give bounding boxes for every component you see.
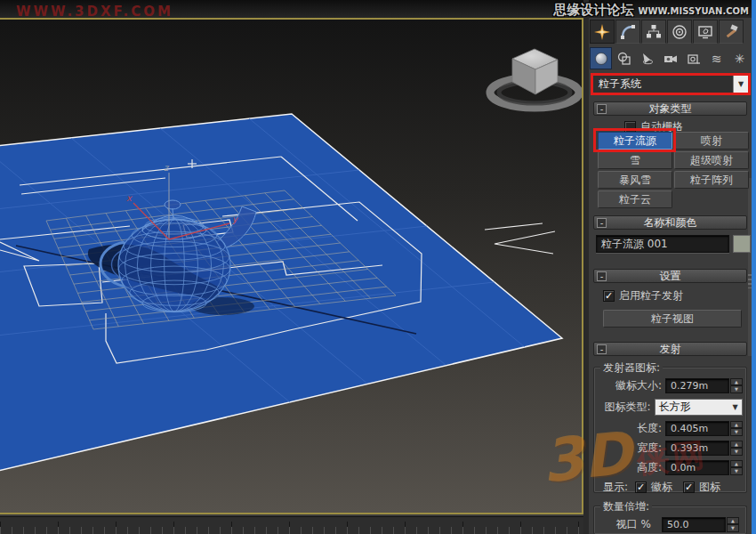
viewport-pct-spinner[interactable]: ▲ ▼ [727, 517, 739, 532]
tab-motion[interactable] [667, 20, 692, 44]
viewport-pct-label: 视口 % [589, 517, 651, 532]
rollout-setup-title: 设置 [607, 269, 734, 284]
tab-utilities[interactable] [719, 20, 744, 44]
subcat-helpers[interactable] [682, 47, 704, 69]
button-super-spray[interactable]: 超级喷射 [674, 151, 749, 169]
width-spinner[interactable]: ▲ ▼ [730, 441, 743, 456]
display-monitor-icon [697, 24, 713, 40]
systems-gear-icon: ✳ [735, 53, 745, 65]
spin-up-icon[interactable]: ▲ [727, 517, 739, 525]
logo-size-row: 徽标大小: 0.279m ▲ ▼ [589, 377, 743, 393]
icon-type-label: 图标类型: [589, 400, 651, 415]
spin-down-icon[interactable]: ▼ [730, 448, 743, 456]
button-parray[interactable]: 粒子阵列 [674, 171, 749, 189]
quantity-multiplier-group-label: 数量倍增: [600, 499, 652, 514]
display-label: 显示: [589, 480, 628, 495]
width-label: 宽度: [589, 441, 662, 456]
tab-display[interactable] [693, 20, 718, 44]
dropdown-arrow-icon[interactable]: ▼ [733, 76, 748, 93]
spin-up-icon[interactable]: ▲ [730, 460, 743, 468]
window-edge [752, 0, 756, 534]
create-subcategories: ≋ ✳ [590, 47, 751, 69]
rollout-emission-title: 发射 [607, 342, 734, 357]
collapse-icon[interactable]: - [597, 344, 607, 354]
button-pcloud[interactable]: 粒子云 [598, 190, 672, 208]
tab-hierarchy[interactable] [641, 20, 666, 44]
display-logo-checkbox[interactable]: ✓ [635, 481, 647, 493]
watermark-url-text: WWW.MISSYUAN.COM [639, 6, 749, 16]
spin-down-icon[interactable]: ▼ [730, 385, 743, 393]
spin-down-icon[interactable]: ▼ [730, 428, 743, 436]
button-pf-source[interactable]: 粒子流源 [598, 132, 672, 150]
height-row: 高度: 0.0m ▲ ▼ [589, 459, 743, 475]
display-logo-label: 徽标 [651, 480, 672, 495]
perspective-viewport[interactable]: z x y [0, 18, 583, 514]
width-field[interactable]: 0.393m [665, 441, 729, 456]
height-field[interactable]: 0.0m [665, 460, 729, 475]
viewport-pct-row: 视口 % 50.0 ▲ ▼ [589, 516, 743, 532]
object-color-swatch[interactable] [733, 235, 751, 253]
spin-down-icon[interactable]: ▼ [727, 524, 739, 532]
time-trackbar[interactable] [0, 516, 583, 534]
motion-wheel-icon [672, 24, 688, 40]
button-spray[interactable]: 喷射 [674, 132, 749, 150]
particle-view-button[interactable]: 粒子视图 [603, 310, 742, 328]
rollout-emission[interactable]: - 发射 [593, 342, 747, 356]
spin-up-icon[interactable]: ▲ [730, 441, 743, 449]
category-dropdown[interactable]: 粒子系统 ▼ [591, 73, 751, 95]
height-label: 高度: [589, 460, 662, 475]
viewport-pct-field[interactable]: 50.0 [662, 517, 726, 532]
utilities-hammer-icon [723, 24, 739, 40]
height-spinner[interactable]: ▲ ▼ [730, 460, 743, 475]
dropdown-arrow-icon[interactable]: ▼ [728, 403, 742, 411]
enable-emission-label: 启用粒子发射 [619, 288, 683, 303]
spin-up-icon[interactable]: ▲ [730, 421, 743, 429]
rollout-setup[interactable]: - 设置 [593, 269, 747, 283]
display-row: 显示: ✓ 徽标 ✓ 图标 [589, 479, 743, 495]
collapse-icon[interactable]: - [597, 104, 607, 114]
spacewarps-waves-icon: ≋ [712, 53, 722, 65]
hierarchy-tree-icon [646, 24, 662, 40]
subcat-spacewarps[interactable]: ≋ [705, 47, 728, 69]
display-logo-option: ✓ 徽标 [635, 480, 672, 495]
app-window: WWW.3DXF.COM 思缘设计论坛 WWW.MISSYUAN.COM [0, 0, 756, 534]
object-name-field[interactable]: 粒子流源 001 [596, 235, 729, 253]
rollout-object-type-title: 对象类型 [607, 101, 734, 117]
button-snow[interactable]: 雪 [598, 151, 672, 169]
enable-emission-checkbox[interactable]: ✓ [603, 290, 615, 302]
icon-type-value: 长方形 [655, 400, 728, 415]
create-starburst-icon [594, 24, 610, 40]
icon-type-dropdown[interactable]: 长方形 ▼ [655, 399, 743, 416]
helpers-tape-icon [687, 52, 701, 66]
collapse-icon[interactable]: - [597, 218, 607, 228]
display-icon-label: 图标 [699, 480, 720, 495]
tab-modify[interactable] [615, 20, 640, 44]
spin-down-icon[interactable]: ▼ [730, 467, 743, 475]
length-row: 长度: 0.405m ▲ ▼ [589, 420, 743, 436]
length-label: 长度: [589, 421, 662, 436]
display-icon-checkbox[interactable]: ✓ [683, 481, 695, 493]
command-panel-tabs [590, 20, 744, 44]
rollout-name-color[interactable]: - 名称和颜色 [593, 215, 747, 230]
length-field[interactable]: 0.405m [665, 421, 729, 436]
spin-up-icon[interactable]: ▲ [730, 378, 743, 386]
lights-spotlight-icon [640, 52, 655, 66]
category-dropdown-value: 粒子系统 [593, 76, 733, 93]
rollout-name-color-title: 名称和颜色 [607, 215, 734, 231]
logo-size-field[interactable]: 0.279m [665, 378, 729, 393]
subcat-geometry[interactable] [590, 47, 612, 69]
tab-create[interactable] [590, 20, 615, 44]
shapes-icon [617, 52, 631, 66]
rollout-object-type[interactable]: - 对象类型 [593, 101, 747, 116]
display-icon-option: ✓ 图标 [683, 480, 720, 495]
subcat-systems[interactable]: ✳ [728, 47, 751, 69]
subcat-lights[interactable] [636, 47, 658, 69]
enable-emission-row: ✓ 启用粒子发射 [603, 288, 683, 303]
subcat-shapes[interactable] [613, 47, 635, 69]
button-blizzard[interactable]: 暴风雪 [598, 171, 672, 189]
logo-size-spinner[interactable]: ▲ ▼ [730, 378, 743, 393]
length-spinner[interactable]: ▲ ▼ [730, 421, 743, 436]
watermark-cn-text: 思缘设计论坛 [554, 2, 634, 19]
subcat-cameras[interactable] [659, 47, 681, 69]
collapse-icon[interactable]: - [597, 271, 607, 281]
